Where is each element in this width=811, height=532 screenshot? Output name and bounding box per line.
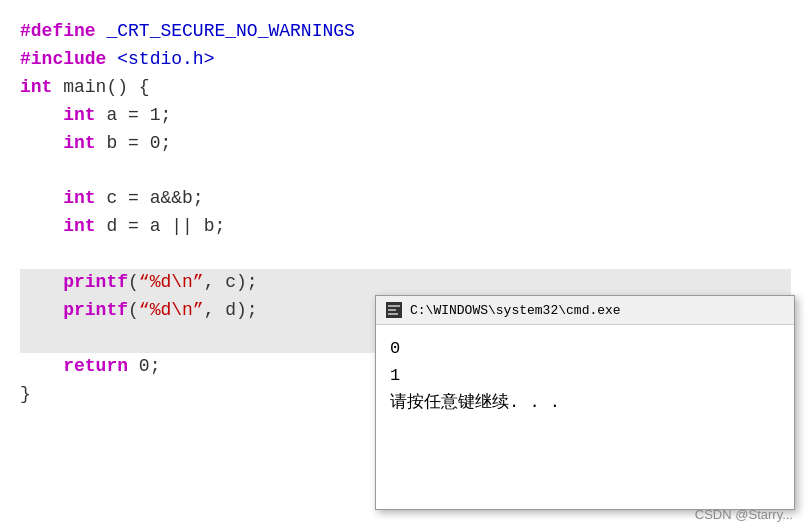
int-keyword-b: int	[63, 130, 95, 158]
define-value: _CRT_SECURE_NO_WARNINGS	[106, 18, 354, 46]
include-file: <stdio.h>	[117, 46, 214, 74]
printf-keyword-c: printf	[63, 269, 128, 297]
watermark: CSDN @Starry...	[695, 507, 793, 522]
format-string-c: “%d\n”	[139, 269, 204, 297]
code-line-4: int a = 1;	[20, 102, 791, 130]
cmd-output-line3: 请按任意键继续. . .	[390, 389, 780, 416]
svg-rect-2	[388, 313, 398, 315]
code-line-6	[20, 157, 791, 185]
cmd-title: C:\WINDOWS\system32\cmd.exe	[410, 303, 621, 318]
code-line-9	[20, 241, 791, 269]
cmd-icon	[386, 302, 402, 318]
return-keyword: return	[63, 353, 128, 381]
printf-keyword-d: printf	[63, 297, 128, 325]
svg-rect-1	[388, 309, 396, 311]
int-keyword-d: int	[63, 213, 95, 241]
include-keyword: #include	[20, 46, 106, 74]
cmd-window: C:\WINDOWS\system32\cmd.exe 0 1 请按任意键继续.…	[375, 295, 795, 510]
code-line-2: #include <stdio.h>	[20, 46, 791, 74]
code-line-1: #define _CRT_SECURE_NO_WARNINGS	[20, 18, 791, 46]
code-line-3: int main() {	[20, 74, 791, 102]
int-keyword-c: int	[63, 185, 95, 213]
svg-rect-0	[388, 305, 400, 307]
cmd-output-line2: 1	[390, 362, 780, 389]
code-line-8: int d = a || b;	[20, 213, 791, 241]
cmd-titlebar: C:\WINDOWS\system32\cmd.exe	[376, 296, 794, 325]
int-keyword-a: int	[63, 102, 95, 130]
code-line-5: int b = 0;	[20, 130, 791, 158]
code-line-10: printf ( “%d\n” , c);	[20, 269, 791, 297]
code-line-7: int c = a&&b;	[20, 185, 791, 213]
cmd-output: 0 1 请按任意键继续. . .	[376, 325, 794, 509]
define-keyword: #define	[20, 18, 96, 46]
int-keyword: int	[20, 74, 52, 102]
format-string-d: “%d\n”	[139, 297, 204, 325]
cmd-output-line1: 0	[390, 335, 780, 362]
